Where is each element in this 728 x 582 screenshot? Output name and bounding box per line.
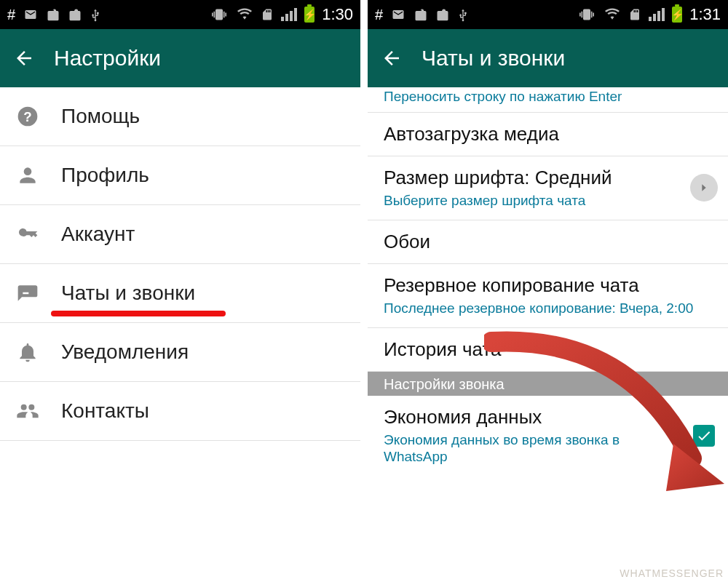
status-clock: 1:30 bbox=[322, 5, 353, 24]
usb-icon bbox=[90, 6, 101, 23]
settings-item-profile[interactable]: Профиль bbox=[0, 146, 360, 205]
mail-icon bbox=[390, 8, 406, 21]
bell-icon bbox=[15, 339, 41, 365]
settings-item-label: Профиль bbox=[61, 164, 149, 187]
status-clock: 1:31 bbox=[689, 5, 721, 24]
status-bar: # ⚡ 1:30 bbox=[0, 0, 360, 29]
signal-icon bbox=[649, 8, 665, 21]
chevron-right-icon bbox=[690, 174, 718, 202]
chats-item-chat-history[interactable]: История чата bbox=[368, 328, 728, 372]
hash-icon: # bbox=[7, 7, 15, 23]
mail-icon bbox=[23, 8, 39, 21]
back-icon[interactable] bbox=[13, 47, 35, 69]
list-item-subtitle: Последнее резервное копирование: Вчера, … bbox=[384, 300, 712, 317]
help-icon: ? bbox=[15, 103, 41, 129]
settings-item-label: Контакты bbox=[61, 399, 149, 423]
wifi-icon bbox=[604, 7, 621, 22]
section-header-call-settings: Настройки звонка bbox=[368, 372, 728, 396]
settings-item-label: Чаты и звонки bbox=[61, 282, 195, 305]
list-item-title: Резервное копирование чата bbox=[384, 274, 712, 297]
people-icon bbox=[15, 398, 41, 424]
key-icon bbox=[15, 221, 41, 247]
list-item-title: Экономия данных bbox=[384, 406, 684, 428]
app-bar: Чаты и звонки bbox=[368, 29, 728, 87]
back-icon[interactable] bbox=[381, 47, 403, 69]
store-icon bbox=[414, 7, 428, 23]
list-item-title: Обои bbox=[384, 231, 712, 253]
play-store-icon bbox=[68, 7, 82, 23]
battery-icon: ⚡ bbox=[304, 7, 314, 23]
svg-text:?: ? bbox=[23, 109, 31, 124]
vibrate-icon bbox=[577, 7, 596, 22]
sd-card-icon bbox=[628, 7, 641, 23]
settings-item-label: Помощь bbox=[61, 105, 140, 128]
chats-item-backup[interactable]: Резервное копирование чата Последнее рез… bbox=[368, 264, 728, 328]
settings-list: ? Помощь Профиль Аккаунт Чаты и звонки У… bbox=[0, 87, 360, 441]
sd-card-icon bbox=[261, 7, 274, 23]
app-bar: Настройки bbox=[0, 29, 360, 87]
settings-item-account[interactable]: Аккаунт bbox=[0, 205, 360, 264]
phone-right: # ⚡ 1:31 Чаты и звонки Переносить строку… bbox=[368, 0, 728, 582]
signal-icon bbox=[281, 8, 297, 21]
chats-item-font-size[interactable]: Размер шрифта: Средний Выберите размер ш… bbox=[368, 156, 728, 220]
list-item-subtitle: Выберите размер шрифта чата bbox=[384, 192, 712, 210]
list-item-subtitle: Экономия данных во время звонка в WhatsA… bbox=[384, 431, 684, 466]
usb-icon bbox=[457, 6, 469, 23]
page-title: Чаты и звонки bbox=[422, 46, 565, 71]
watermark: WHATMESSENGER bbox=[620, 567, 724, 579]
chat-icon bbox=[15, 280, 41, 306]
highlight-underline bbox=[51, 311, 226, 316]
cut-off-subtitle: Переносить строку по нажатию Enter bbox=[368, 87, 728, 113]
settings-item-label: Уведомления bbox=[61, 340, 189, 364]
store-icon bbox=[46, 7, 60, 23]
play-store-icon bbox=[435, 7, 450, 23]
split-divider bbox=[360, 0, 368, 582]
phone-left: # ⚡ 1:30 Настройки ? Помощь Профиль bbox=[0, 0, 360, 582]
settings-item-help[interactable]: ? Помощь bbox=[0, 87, 360, 146]
battery-icon: ⚡ bbox=[672, 7, 682, 23]
settings-item-chats-calls[interactable]: Чаты и звонки bbox=[0, 264, 360, 323]
checkbox-checked-icon[interactable] bbox=[693, 425, 715, 447]
chats-item-wallpaper[interactable]: Обои bbox=[368, 220, 728, 264]
settings-item-label: Аккаунт bbox=[61, 223, 135, 246]
list-item-title: История чата bbox=[384, 338, 712, 361]
page-title: Настройки bbox=[54, 46, 161, 71]
wifi-icon bbox=[236, 7, 253, 22]
hash-icon: # bbox=[375, 7, 383, 23]
list-item-title: Автозагрузка медиа bbox=[384, 123, 712, 146]
chats-item-media-autodownload[interactable]: Автозагрузка медиа bbox=[368, 113, 728, 156]
list-item-title: Размер шрифта: Средний bbox=[384, 167, 712, 189]
vibrate-icon bbox=[210, 7, 229, 22]
chats-item-data-saving[interactable]: Экономия данных Экономия данных во время… bbox=[368, 396, 728, 477]
status-bar: # ⚡ 1:31 bbox=[368, 0, 728, 29]
person-icon bbox=[15, 162, 41, 188]
settings-item-notifications[interactable]: Уведомления bbox=[0, 323, 360, 382]
settings-item-contacts[interactable]: Контакты bbox=[0, 382, 360, 441]
